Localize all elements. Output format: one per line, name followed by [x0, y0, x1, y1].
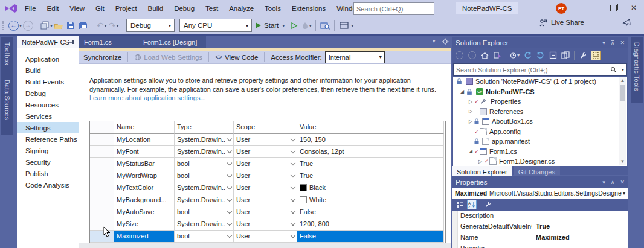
cell-scope[interactable]: User — [234, 218, 289, 231]
cell-scope[interactable]: User — [234, 194, 289, 206]
pin-icon[interactable] — [69, 39, 74, 45]
collapse-all-icon[interactable] — [548, 51, 558, 60]
cell-name[interactable]: MyTextColor — [114, 182, 175, 194]
nav-item-build[interactable]: Build — [17, 65, 79, 76]
property-row-description[interactable]: Description — [452, 211, 628, 221]
scope-dropdown[interactable] — [289, 146, 297, 158]
scope-dropdown[interactable] — [289, 218, 297, 231]
gear-icon[interactable] — [442, 38, 449, 45]
menu-tools[interactable]: Tools — [259, 0, 286, 17]
access-modifier-dropdown[interactable]: Internal ▾ — [325, 51, 385, 63]
row-header[interactable] — [90, 158, 114, 170]
property-value[interactable] — [532, 211, 628, 221]
close-window-button[interactable]: ✕ — [626, 1, 642, 14]
tree-item-app-manifest[interactable]: app.manifest — [453, 136, 627, 147]
tab-list-dropdown-button[interactable]: ▾ — [433, 38, 436, 44]
chevron-down-icon[interactable]: ▾ — [602, 179, 605, 185]
properties-object-dropdown[interactable]: Maximized Microsoft.VisualStudio.Editors… — [452, 188, 628, 199]
toolbar-grip[interactable] — [2, 21, 6, 30]
home-icon[interactable] — [480, 51, 489, 60]
tree-expanded-icon[interactable]: ◢ — [459, 89, 465, 94]
cell-scope[interactable]: User — [234, 158, 289, 170]
nav-item-security[interactable]: Security — [17, 156, 79, 168]
scroll-down-icon[interactable]: ▼ — [620, 158, 625, 165]
cell-value[interactable]: True — [297, 158, 444, 170]
cell-type[interactable]: System.Drawin... — [175, 146, 225, 158]
refresh-icon[interactable] — [535, 51, 545, 60]
doc-tab-form1-cs[interactable]: Form1.cs — [79, 36, 138, 48]
menu-test[interactable]: Test — [200, 0, 224, 17]
start-debugging-button[interactable]: Start ▾ — [256, 22, 285, 29]
properties-header[interactable]: Properties ▾ ⊼ ✕ — [452, 176, 628, 188]
row-header[interactable] — [90, 170, 114, 182]
nav-item-reference-paths[interactable]: Reference Paths — [17, 133, 79, 145]
synchronize-button[interactable]: Synchronize — [79, 54, 126, 61]
sidebar-tab-data-sources[interactable]: Data Sources — [1, 75, 13, 135]
show-all-files-icon[interactable] — [591, 51, 601, 60]
live-share-button[interactable]: Live Share — [539, 18, 584, 27]
open-file-button[interactable] — [53, 18, 65, 33]
menu-build[interactable]: Build — [143, 0, 169, 17]
quick-search-input[interactable] — [354, 5, 445, 13]
nav-item-settings[interactable]: Settings — [17, 122, 79, 133]
type-dropdown[interactable] — [225, 218, 234, 231]
pin-icon[interactable]: ⊼ — [611, 179, 615, 185]
column-header-type[interactable]: Type — [175, 121, 234, 134]
minimize-button[interactable]: — — [585, 1, 601, 14]
quick-search-box[interactable] — [353, 2, 434, 15]
sidebar-tab-toolbox[interactable]: Toolbox — [1, 37, 13, 77]
property-value[interactable] — [532, 243, 628, 248]
menu-git[interactable]: Git — [90, 0, 110, 17]
start-without-debugging-button[interactable] — [288, 18, 300, 33]
search-options-dropdown[interactable]: ▾ — [619, 67, 626, 72]
tree-collapsed-icon[interactable]: ▷ — [468, 99, 474, 104]
row-header[interactable] — [90, 146, 114, 158]
hot-reload-button[interactable]: ▾ — [300, 18, 312, 33]
scope-dropdown[interactable] — [289, 194, 297, 206]
cell-name[interactable]: MyWordWrap — [114, 170, 175, 182]
solution-platform-dropdown[interactable]: Any CPU ▾ — [179, 19, 252, 32]
tree-collapsed-icon[interactable]: ▷ — [468, 109, 474, 114]
tree-item-project[interactable]: ◢ C# NotePadWF-CS — [453, 87, 627, 97]
toolbar-overflow-button[interactable]: ▾ — [351, 23, 353, 28]
property-pages-wrench-icon[interactable] — [483, 200, 493, 209]
type-dropdown[interactable] — [225, 134, 234, 146]
cell-value[interactable]: 150, 150 — [297, 134, 444, 146]
cell-scope[interactable]: User — [234, 182, 289, 194]
sidebar-tab-diagnostic-tools[interactable]: Diagnostic Tools — [631, 37, 643, 103]
cell-type[interactable]: bool — [175, 231, 225, 243]
scope-dropdown[interactable] — [289, 170, 297, 182]
cell-value[interactable]: Consolas, 12pt — [297, 146, 444, 158]
feedback-button[interactable] — [622, 17, 632, 29]
sync-with-active-document-icon[interactable] — [492, 51, 502, 60]
sync-icon[interactable] — [523, 51, 532, 60]
doc-tab-form1-design[interactable]: Form1.cs [Design] — [138, 36, 206, 48]
tree-item-app-config[interactable]: ✓ App.config — [453, 127, 627, 137]
load-web-settings-button[interactable]: Load Web Settings — [129, 54, 207, 61]
cell-name[interactable]: Maximized — [114, 231, 175, 243]
scroll-up-icon[interactable]: ▲ — [620, 77, 625, 84]
type-dropdown[interactable] — [225, 146, 234, 158]
cell-name[interactable]: MyFont — [114, 146, 175, 158]
scope-dropdown[interactable] — [289, 182, 297, 194]
cell-value[interactable]: False — [297, 231, 444, 243]
properties-wrench-icon[interactable] — [578, 51, 588, 60]
preview-selected-items-icon[interactable] — [561, 51, 570, 60]
property-row-provider[interactable]: Provider — [452, 243, 628, 248]
nav-item-signing[interactable]: Signing — [17, 145, 79, 156]
undo-button[interactable]: ↶ ▾ — [95, 18, 108, 33]
property-value[interactable]: True — [532, 221, 628, 232]
nav-item-application[interactable]: Application — [17, 53, 79, 65]
account-avatar[interactable]: PT — [556, 3, 567, 14]
pin-icon[interactable]: ⊼ — [611, 40, 615, 46]
cell-type[interactable]: System.Drawin... — [175, 134, 225, 146]
property-row-generate-default[interactable]: GenerateDefaultValueInCode True — [452, 221, 628, 232]
cell-type[interactable]: bool — [175, 158, 225, 170]
row-header-selected[interactable] — [90, 231, 114, 243]
chevron-down-icon[interactable]: ▾ — [602, 40, 605, 46]
navigate-forward-button[interactable]: → — [22, 18, 34, 33]
alphabetical-sort-icon[interactable]: AZ — [467, 200, 477, 209]
cell-value[interactable]: 1200, 800 — [297, 218, 444, 231]
pending-changes-filter-icon[interactable]: ▾ — [510, 51, 520, 60]
type-dropdown[interactable] — [225, 182, 234, 194]
